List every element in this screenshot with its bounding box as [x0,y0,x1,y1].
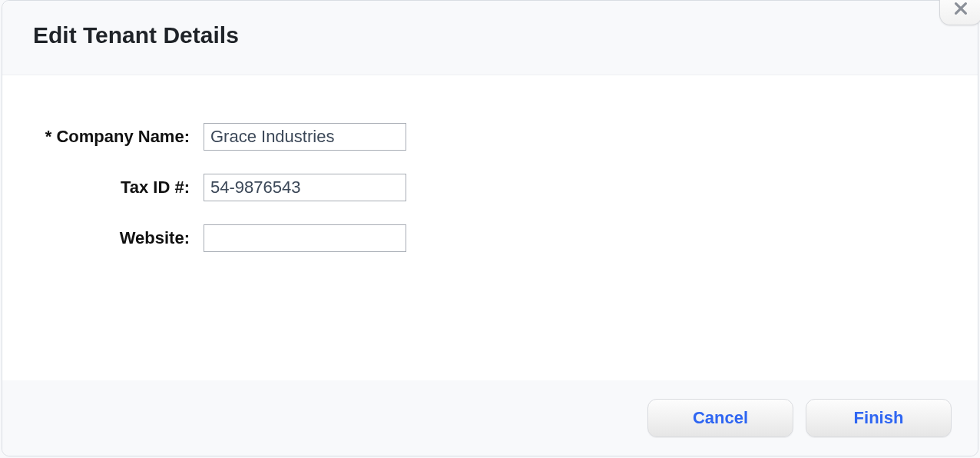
tax-id-label: Tax ID #: [33,178,204,197]
website-row: Website: [33,224,947,252]
close-icon [952,0,969,20]
close-button[interactable] [939,0,980,25]
company-name-label: * Company Name: [33,127,204,147]
tax-id-input[interactable] [204,174,406,201]
edit-tenant-dialog: Edit Tenant Details * Company Name: Tax … [2,0,978,456]
website-label: Website: [33,228,204,248]
dialog-header: Edit Tenant Details [2,1,978,75]
dialog-body: * Company Name: Tax ID #: Website: [2,75,978,398]
tax-id-row: Tax ID #: [33,174,947,201]
finish-button[interactable]: Finish [806,399,952,437]
company-name-row: * Company Name: [33,123,947,151]
dialog-footer: Cancel Finish [2,380,978,456]
cancel-button[interactable]: Cancel [647,399,793,437]
company-name-input[interactable] [204,123,406,151]
dialog-title: Edit Tenant Details [33,22,947,48]
website-input[interactable] [204,224,406,252]
